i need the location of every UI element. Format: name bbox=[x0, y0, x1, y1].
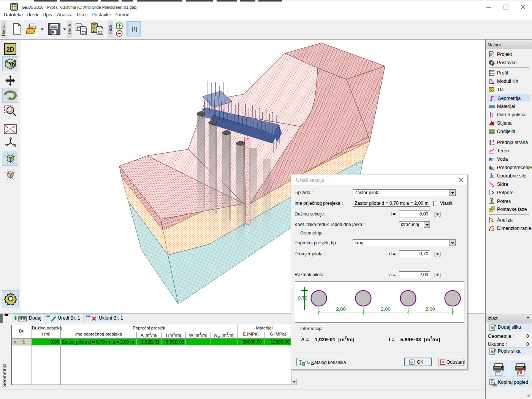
svg-text:2,00: 2,00 bbox=[381, 306, 390, 312]
svg-text:3D: 3D bbox=[9, 128, 12, 131]
svg-text:2: 2 bbox=[492, 207, 494, 210]
svg-text:3D: 3D bbox=[9, 62, 15, 68]
svg-text:2,00: 2,00 bbox=[425, 306, 435, 312]
svg-text:2,00: 2,00 bbox=[336, 306, 345, 312]
svg-text:0,70: 0,70 bbox=[298, 295, 307, 301]
svg-text:2D: 2D bbox=[6, 46, 14, 53]
